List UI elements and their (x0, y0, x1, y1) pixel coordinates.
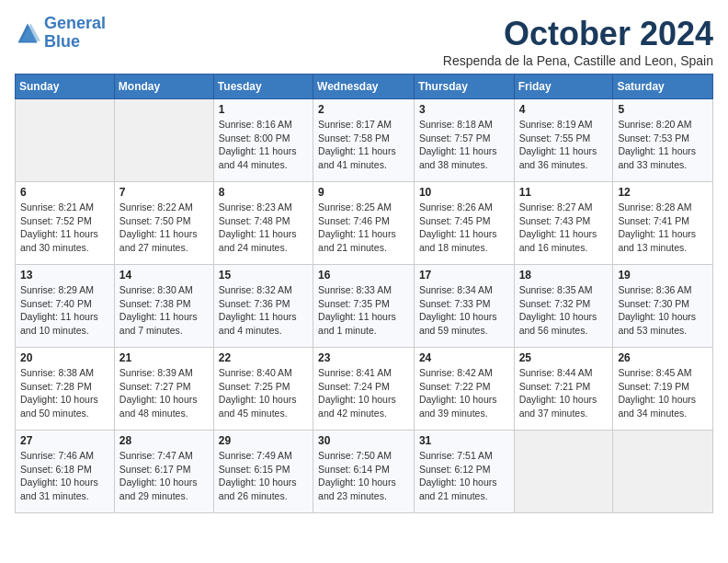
calendar-cell: 20Sunrise: 8:38 AM Sunset: 7:28 PM Dayli… (16, 348, 115, 431)
day-number: 21 (119, 351, 209, 364)
calendar-cell: 17Sunrise: 8:34 AM Sunset: 7:33 PM Dayli… (414, 265, 514, 348)
weekday-header: Saturday (613, 75, 713, 99)
calendar-week-row: 20Sunrise: 8:38 AM Sunset: 7:28 PM Dayli… (16, 348, 713, 431)
calendar-cell: 10Sunrise: 8:26 AM Sunset: 7:45 PM Dayli… (414, 182, 514, 265)
day-number: 11 (519, 186, 609, 199)
day-detail: Sunrise: 8:40 AM Sunset: 7:25 PM Dayligh… (219, 366, 308, 420)
day-detail: Sunrise: 8:26 AM Sunset: 7:45 PM Dayligh… (419, 201, 509, 255)
day-detail: Sunrise: 8:17 AM Sunset: 7:58 PM Dayligh… (318, 118, 409, 172)
calendar-cell: 30Sunrise: 7:50 AM Sunset: 6:14 PM Dayli… (313, 431, 415, 513)
day-detail: Sunrise: 8:29 AM Sunset: 7:40 PM Dayligh… (20, 283, 109, 338)
calendar-cell: 1Sunrise: 8:16 AM Sunset: 8:00 PM Daylig… (213, 99, 313, 182)
day-detail: Sunrise: 8:32 AM Sunset: 7:36 PM Dayligh… (219, 283, 308, 338)
day-detail: Sunrise: 8:23 AM Sunset: 7:48 PM Dayligh… (219, 201, 308, 255)
logo-icon (15, 20, 40, 46)
day-number: 5 (618, 103, 708, 116)
calendar-cell (613, 431, 713, 513)
calendar-cell: 26Sunrise: 8:45 AM Sunset: 7:19 PM Dayli… (613, 348, 713, 431)
calendar-cell: 12Sunrise: 8:28 AM Sunset: 7:41 PM Dayli… (613, 182, 713, 265)
calendar-cell: 7Sunrise: 8:22 AM Sunset: 7:50 PM Daylig… (114, 182, 213, 265)
day-number: 1 (219, 103, 308, 116)
day-number: 18 (519, 269, 609, 282)
calendar-cell: 25Sunrise: 8:44 AM Sunset: 7:21 PM Dayli… (514, 348, 613, 431)
day-detail: Sunrise: 8:22 AM Sunset: 7:50 PM Dayligh… (119, 201, 209, 255)
day-number: 27 (20, 434, 109, 447)
day-number: 13 (20, 269, 109, 282)
day-number: 25 (519, 351, 609, 364)
calendar-cell (16, 99, 115, 182)
day-number: 26 (618, 351, 708, 364)
day-detail: Sunrise: 8:34 AM Sunset: 7:33 PM Dayligh… (419, 283, 509, 338)
day-detail: Sunrise: 8:45 AM Sunset: 7:19 PM Dayligh… (618, 366, 708, 420)
calendar-cell: 31Sunrise: 7:51 AM Sunset: 6:12 PM Dayli… (414, 431, 514, 513)
day-number: 12 (618, 186, 708, 199)
day-detail: Sunrise: 8:21 AM Sunset: 7:52 PM Dayligh… (20, 201, 109, 255)
day-detail: Sunrise: 7:46 AM Sunset: 6:18 PM Dayligh… (20, 449, 109, 503)
logo: General Blue (15, 15, 106, 52)
weekday-header: Monday (114, 75, 213, 99)
weekday-header: Friday (514, 75, 613, 99)
calendar-cell: 18Sunrise: 8:35 AM Sunset: 7:32 PM Dayli… (514, 265, 613, 348)
day-number: 28 (119, 434, 209, 447)
weekday-header: Thursday (414, 75, 514, 99)
day-detail: Sunrise: 8:16 AM Sunset: 8:00 PM Dayligh… (219, 118, 308, 172)
day-number: 30 (318, 434, 409, 447)
day-number: 16 (318, 269, 409, 282)
calendar-cell: 27Sunrise: 7:46 AM Sunset: 6:18 PM Dayli… (16, 431, 115, 513)
day-detail: Sunrise: 8:44 AM Sunset: 7:21 PM Dayligh… (519, 366, 609, 420)
day-number: 4 (519, 103, 609, 116)
logo-line1: General (44, 14, 106, 32)
calendar-cell: 6Sunrise: 8:21 AM Sunset: 7:52 PM Daylig… (16, 182, 115, 265)
weekday-header: Tuesday (213, 75, 313, 99)
day-number: 17 (419, 269, 509, 282)
day-number: 22 (219, 351, 308, 364)
calendar-week-row: 13Sunrise: 8:29 AM Sunset: 7:40 PM Dayli… (16, 265, 713, 348)
calendar-cell: 14Sunrise: 8:30 AM Sunset: 7:38 PM Dayli… (114, 265, 213, 348)
month-title: October 2024 (443, 15, 713, 53)
day-number: 3 (419, 103, 509, 116)
calendar-cell: 22Sunrise: 8:40 AM Sunset: 7:25 PM Dayli… (213, 348, 313, 431)
day-detail: Sunrise: 8:41 AM Sunset: 7:24 PM Dayligh… (318, 366, 409, 420)
day-detail: Sunrise: 8:18 AM Sunset: 7:57 PM Dayligh… (419, 118, 509, 172)
calendar-cell: 11Sunrise: 8:27 AM Sunset: 7:43 PM Dayli… (514, 182, 613, 265)
day-number: 8 (219, 186, 308, 199)
day-number: 15 (219, 269, 308, 282)
calendar-cell: 23Sunrise: 8:41 AM Sunset: 7:24 PM Dayli… (313, 348, 415, 431)
day-number: 29 (219, 434, 308, 447)
calendar-week-row: 1Sunrise: 8:16 AM Sunset: 8:00 PM Daylig… (16, 99, 713, 182)
day-detail: Sunrise: 8:39 AM Sunset: 7:27 PM Dayligh… (119, 366, 209, 420)
location-subtitle: Respenda de la Pena, Castille and Leon, … (443, 53, 713, 68)
calendar-cell: 15Sunrise: 8:32 AM Sunset: 7:36 PM Dayli… (213, 265, 313, 348)
logo-line2: Blue (44, 32, 80, 51)
calendar-week-row: 27Sunrise: 7:46 AM Sunset: 6:18 PM Dayli… (16, 431, 713, 513)
day-detail: Sunrise: 8:36 AM Sunset: 7:30 PM Dayligh… (618, 283, 708, 338)
calendar-cell: 16Sunrise: 8:33 AM Sunset: 7:35 PM Dayli… (313, 265, 415, 348)
weekday-header: Sunday (16, 75, 115, 99)
day-detail: Sunrise: 8:19 AM Sunset: 7:55 PM Dayligh… (519, 118, 609, 172)
calendar-header-row: SundayMondayTuesdayWednesdayThursdayFrid… (16, 75, 713, 99)
calendar-cell: 8Sunrise: 8:23 AM Sunset: 7:48 PM Daylig… (213, 182, 313, 265)
calendar-cell: 5Sunrise: 8:20 AM Sunset: 7:53 PM Daylig… (613, 99, 713, 182)
calendar-cell: 19Sunrise: 8:36 AM Sunset: 7:30 PM Dayli… (613, 265, 713, 348)
day-number: 10 (419, 186, 509, 199)
day-detail: Sunrise: 8:33 AM Sunset: 7:35 PM Dayligh… (318, 283, 409, 338)
day-detail: Sunrise: 7:51 AM Sunset: 6:12 PM Dayligh… (419, 449, 509, 503)
day-number: 14 (119, 269, 209, 282)
calendar-cell: 29Sunrise: 7:49 AM Sunset: 6:15 PM Dayli… (213, 431, 313, 513)
title-area: October 2024 Respenda de la Pena, Castil… (443, 15, 713, 68)
day-detail: Sunrise: 8:42 AM Sunset: 7:22 PM Dayligh… (419, 366, 509, 420)
calendar-cell: 13Sunrise: 8:29 AM Sunset: 7:40 PM Dayli… (16, 265, 115, 348)
calendar-cell (514, 431, 613, 513)
day-number: 24 (419, 351, 509, 364)
day-detail: Sunrise: 8:28 AM Sunset: 7:41 PM Dayligh… (618, 201, 708, 255)
calendar-cell: 4Sunrise: 8:19 AM Sunset: 7:55 PM Daylig… (514, 99, 613, 182)
day-detail: Sunrise: 8:30 AM Sunset: 7:38 PM Dayligh… (119, 283, 209, 338)
day-number: 20 (20, 351, 109, 364)
day-number: 23 (318, 351, 409, 364)
day-number: 9 (318, 186, 409, 199)
day-detail: Sunrise: 7:47 AM Sunset: 6:17 PM Dayligh… (119, 449, 209, 503)
calendar-cell: 9Sunrise: 8:25 AM Sunset: 7:46 PM Daylig… (313, 182, 415, 265)
logo-text: General Blue (44, 15, 106, 52)
day-number: 7 (119, 186, 209, 199)
day-detail: Sunrise: 8:20 AM Sunset: 7:53 PM Dayligh… (618, 118, 708, 172)
